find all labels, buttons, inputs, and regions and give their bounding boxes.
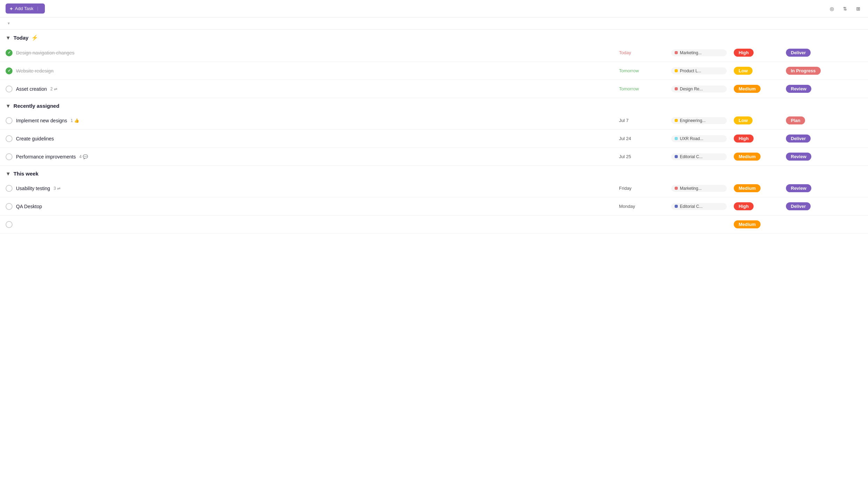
section-header-this-week: ▼This week [0, 166, 868, 179]
priority-badge[interactable]: Low [734, 67, 753, 75]
project-chip[interactable]: Design Re... [671, 86, 727, 92]
priority-badge[interactable]: Low [734, 116, 753, 124]
task-checkbox[interactable] [6, 221, 13, 228]
priority-badge[interactable]: High [734, 49, 754, 57]
incomplete-tasks-filter[interactable]: ◎ [830, 6, 836, 11]
task-name-cell: Website redesign [6, 67, 619, 74]
task-stage: Deliver [786, 135, 849, 143]
task-project: Product L... [671, 67, 734, 74]
task-row: Usability testing3 ⇌Friday Marketing... … [0, 179, 868, 197]
project-chip[interactable]: UXR Road... [671, 135, 727, 142]
task-row: QA DesktopMonday Editorial C... HighDeli… [0, 197, 868, 215]
task-name-sort-icon[interactable]: ▾ [8, 21, 10, 26]
section-header-recently-assigned: ▼Recently assigned [0, 98, 868, 112]
task-due-date: Tomorrow [619, 86, 671, 91]
project-color-dot [675, 155, 678, 158]
task-due-date: Jul 24 [619, 136, 671, 141]
project-name: UXR Road... [680, 136, 703, 141]
toolbar: + Add Task ◎ ⇅ ⊞ [0, 0, 868, 17]
task-project: Editorial C... [671, 203, 734, 210]
task-priority: High [734, 202, 786, 210]
task-row: Implement new designs1 👍Jul 7 Engineerin… [0, 112, 868, 130]
task-priority: Medium [734, 85, 786, 93]
project-name: Editorial C... [680, 154, 702, 159]
project-chip[interactable]: Marketing... [671, 185, 727, 192]
task-checkbox[interactable] [6, 135, 13, 142]
task-title: Website redesign [16, 68, 54, 74]
priority-badge[interactable]: Medium [734, 153, 761, 161]
task-row: Asset creation2 ⇌Tomorrow Design Re... M… [0, 80, 868, 98]
task-title: Performance improvements [16, 154, 76, 160]
stage-badge[interactable]: Deliver [786, 202, 811, 210]
task-checkbox[interactable] [6, 86, 13, 92]
project-chip[interactable]: Editorial C... [671, 153, 727, 160]
task-checkbox[interactable] [6, 117, 13, 124]
task-stage: Review [786, 85, 849, 93]
section-header-today: ▼Today⚡ [0, 30, 868, 44]
customize-button[interactable]: ⊞ [856, 6, 862, 11]
task-checkbox[interactable] [6, 153, 13, 160]
task-stage: Deliver [786, 202, 849, 210]
projects-column-header [671, 21, 734, 26]
add-task-dropdown-button[interactable] [38, 7, 45, 11]
task-name-cell: Performance improvements4 💬 [6, 153, 619, 160]
stage-badge[interactable]: Plan [786, 116, 805, 124]
priority-badge: Medium [734, 220, 761, 228]
task-stage: Deliver [786, 49, 849, 57]
sort-button[interactable]: ⇅ [843, 6, 849, 11]
section-toggle-today[interactable]: ▼ [6, 35, 11, 41]
project-name: Marketing... [680, 186, 702, 191]
stage-badge[interactable]: In Progress [786, 67, 821, 75]
table-header: ▾ [0, 17, 868, 30]
task-checkbox[interactable] [6, 185, 13, 192]
task-title: QA Desktop [16, 204, 42, 209]
project-color-dot [675, 205, 678, 208]
stage-badge[interactable]: Review [786, 184, 811, 192]
project-name: Engineering... [680, 118, 706, 123]
add-task-button[interactable]: + Add Task [6, 3, 45, 14]
task-name-cell: Usability testing3 ⇌ [6, 185, 619, 192]
task-due-date: Monday [619, 204, 671, 209]
project-chip[interactable]: Editorial C... [671, 203, 727, 210]
task-stage: Review [786, 153, 849, 161]
priority-badge[interactable]: Medium [734, 184, 761, 192]
plus-icon: + [10, 6, 13, 11]
task-stage: In Progress [786, 67, 849, 75]
project-color-dot [675, 51, 678, 54]
section-toggle-this-week[interactable]: ▼ [6, 171, 11, 177]
priority-badge[interactable]: High [734, 202, 754, 210]
task-checkbox[interactable] [6, 49, 13, 56]
task-row: Design navigation changesToday Marketing… [0, 44, 868, 62]
add-column-button[interactable] [849, 21, 862, 26]
task-project: Marketing... [671, 185, 734, 192]
project-color-dot [675, 87, 678, 90]
task-checkbox[interactable] [6, 203, 13, 210]
task-name-cell [6, 221, 619, 228]
task-due-date: Jul 25 [619, 154, 671, 159]
task-name-cell: QA Desktop [6, 203, 619, 210]
project-name: Product L... [680, 68, 701, 73]
section-toggle-recently-assigned[interactable]: ▼ [6, 103, 11, 109]
project-chip[interactable]: Engineering... [671, 117, 727, 124]
filter-icon: ◎ [830, 6, 834, 11]
stage-badge[interactable]: Review [786, 153, 811, 161]
task-row: Website redesignTomorrow Product L... Lo… [0, 62, 868, 80]
task-priority: Medium [734, 184, 786, 192]
project-chip[interactable]: Product L... [671, 67, 727, 74]
stage-badge[interactable]: Deliver [786, 135, 811, 143]
stage-badge[interactable]: Review [786, 85, 811, 93]
task-project: Marketing... [671, 49, 734, 56]
task-title: Asset creation [16, 86, 47, 92]
project-chip[interactable]: Marketing... [671, 49, 727, 56]
priority-badge[interactable]: High [734, 135, 754, 143]
task-title: Design navigation changes [16, 50, 74, 56]
due-date-column-header [619, 21, 671, 26]
task-stage: Plan [786, 116, 849, 124]
task-checkbox[interactable] [6, 67, 13, 74]
task-row: Medium [0, 215, 868, 234]
section-label-today: Today [14, 35, 29, 41]
task-due-date: Tomorrow [619, 68, 671, 73]
priority-badge[interactable]: Medium [734, 85, 761, 93]
task-name-cell: Design navigation changes [6, 49, 619, 56]
stage-badge[interactable]: Deliver [786, 49, 811, 57]
